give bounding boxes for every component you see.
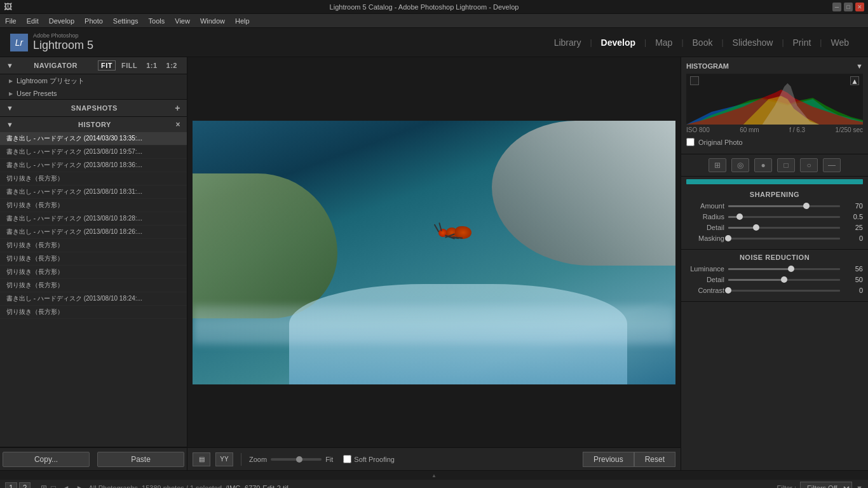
original-photo-label: Original Photo bbox=[698, 139, 743, 146]
menu-tools[interactable]: Tools bbox=[149, 17, 165, 25]
snapshots-triangle: ▼ bbox=[6, 104, 13, 112]
filmstrip-path: /IMG_6770-Edit-2.tif bbox=[226, 484, 288, 489]
history-item-9[interactable]: 切り抜き（長方形） bbox=[0, 252, 187, 266]
history-item-13[interactable]: 切り抜き（長方形） bbox=[0, 306, 187, 319]
nr-contrast-value: 0 bbox=[844, 287, 863, 294]
filmstrip-next-btn[interactable]: ► bbox=[75, 482, 85, 489]
presets-section: ▶ Lightroom プリセット ▶ User Presets bbox=[0, 74, 187, 100]
menu-view[interactable]: View bbox=[175, 17, 190, 25]
menu-settings[interactable]: Settings bbox=[113, 17, 139, 25]
close-button[interactable]: ✕ bbox=[855, 3, 864, 11]
preset-lightroom[interactable]: ▶ Lightroom プリセット bbox=[0, 74, 187, 88]
preset-tri: ▶ bbox=[9, 78, 13, 84]
radius-slider[interactable] bbox=[728, 216, 840, 218]
noise-reduction-title: Noise Reduction bbox=[686, 254, 863, 261]
history-item-10[interactable]: 切り抜き（長方形） bbox=[0, 266, 187, 279]
adjustment-brush-icon[interactable]: — bbox=[823, 158, 841, 172]
menu-window[interactable]: Window bbox=[200, 17, 225, 25]
main-photo[interactable] bbox=[193, 121, 675, 384]
module-library[interactable]: Library bbox=[545, 37, 590, 48]
flags-btn[interactable]: YY bbox=[215, 452, 233, 466]
nr-luminance-fill bbox=[728, 268, 791, 270]
paste-button[interactable]: Paste bbox=[97, 452, 184, 467]
zoom-label: Zoom bbox=[249, 456, 267, 463]
masking-slider[interactable] bbox=[728, 238, 840, 240]
module-book[interactable]: Book bbox=[684, 37, 722, 48]
nr-detail-label: Detail bbox=[686, 276, 724, 283]
window-title: Lightroom 5 Catalog - Adobe Photoshop Li… bbox=[16, 3, 832, 11]
history-title: History bbox=[78, 121, 111, 128]
history-item-12[interactable]: 書き出し - ハードディスク (2013/08/10 18:24:... bbox=[0, 292, 187, 306]
reset-button[interactable]: Reset bbox=[634, 452, 675, 467]
nav-zoom-btn[interactable]: 1:2 bbox=[163, 60, 180, 71]
nr-detail-row: Detail 50 bbox=[686, 276, 863, 283]
menu-develop[interactable]: Develop bbox=[49, 17, 74, 25]
snapshots-add-btn[interactable]: + bbox=[175, 103, 180, 113]
soft-proofing-checkbox[interactable] bbox=[343, 455, 351, 463]
redeye-icon[interactable]: ● bbox=[754, 158, 772, 172]
nr-contrast-thumb bbox=[725, 287, 731, 294]
nav-fit-btn[interactable]: FIT bbox=[98, 60, 116, 71]
nav-1to1-btn[interactable]: 1:1 bbox=[143, 60, 160, 71]
menu-file[interactable]: File bbox=[5, 17, 17, 25]
highlight-clipping[interactable]: ▲ bbox=[850, 76, 859, 85]
view-toggle-btn[interactable]: ▤ bbox=[193, 452, 210, 466]
history-item-3[interactable]: 切り抜き（長方形） bbox=[0, 172, 187, 186]
filter-settings-icon[interactable]: ▼ bbox=[856, 484, 863, 489]
nr-luminance-slider[interactable] bbox=[728, 268, 840, 270]
filmstrip-expand[interactable]: ▲ bbox=[0, 471, 868, 480]
crop-tool-icon[interactable]: ⊞ bbox=[709, 158, 726, 172]
history-item-11[interactable]: 切り抜き（長方形） bbox=[0, 279, 187, 292]
lr-title: Lightroom 5 bbox=[33, 39, 93, 52]
previous-button[interactable]: Previous bbox=[583, 452, 634, 467]
history-item-6[interactable]: 書き出し - ハードディスク (2013/08/10 18:28:... bbox=[0, 212, 187, 226]
amount-slider[interactable] bbox=[728, 205, 840, 207]
nav-fill-btn[interactable]: FILL bbox=[118, 60, 140, 71]
menu-edit[interactable]: Edit bbox=[27, 17, 39, 25]
history-header[interactable]: ▼ History × bbox=[0, 117, 187, 132]
nr-contrast-label: Contrast bbox=[686, 287, 724, 294]
menu-photo[interactable]: Photo bbox=[85, 17, 103, 25]
module-print[interactable]: Print bbox=[784, 37, 820, 48]
navigator-header[interactable]: ▼ Navigator FIT FILL 1:1 1:2 bbox=[0, 57, 187, 74]
filmstrip-grid-btn[interactable]: ⊞ bbox=[39, 482, 48, 489]
copy-button[interactable]: Copy... bbox=[3, 452, 90, 467]
minimize-button[interactable]: ─ bbox=[832, 3, 841, 11]
history-item-8[interactable]: 切り抜き（長方形） bbox=[0, 239, 187, 252]
history-item-2[interactable]: 書き出し - ハードディスク (2013/08/10 18:36:... bbox=[0, 159, 187, 172]
detail-slider[interactable] bbox=[728, 227, 840, 229]
module-map[interactable]: Map bbox=[646, 37, 681, 48]
original-photo-checkbox[interactable] bbox=[686, 138, 695, 146]
preset-user[interactable]: ▶ User Presets bbox=[0, 88, 187, 99]
filmstrip-loupe-btn[interactable]: □ bbox=[50, 482, 57, 489]
zoom-slider[interactable] bbox=[271, 458, 322, 461]
radial-filter-icon[interactable]: ○ bbox=[800, 158, 818, 172]
nav-zoom-controls: FIT FILL 1:1 1:2 bbox=[98, 60, 180, 71]
maximize-button[interactable]: □ bbox=[844, 3, 853, 11]
nr-contrast-slider[interactable] bbox=[728, 290, 840, 292]
history-item-5[interactable]: 切り抜き（長方形） bbox=[0, 199, 187, 212]
history-item-7[interactable]: 書き出し - ハードディスク (2013/08/10 18:26:... bbox=[0, 226, 187, 239]
left-panel: ▼ Navigator FIT FILL 1:1 1:2 ▶ Lightroom… bbox=[0, 57, 187, 470]
shadow-clipping[interactable] bbox=[690, 76, 699, 85]
filmstrip-prev-btn[interactable]: ◄ bbox=[61, 482, 71, 489]
menu-help[interactable]: Help bbox=[235, 17, 250, 25]
history-item-4[interactable]: 書き出し - ハードディスク (2013/08/10 18:31:... bbox=[0, 186, 187, 199]
module-develop[interactable]: Develop bbox=[592, 37, 644, 48]
filmstrip-num-1[interactable]: 1 bbox=[5, 482, 17, 489]
sharpening-amount-row: Amount 70 bbox=[686, 202, 863, 210]
sharpening-section: Sharpening Amount 70 Radius 0.5 Detail bbox=[681, 187, 868, 250]
module-web[interactable]: Web bbox=[822, 37, 858, 48]
graduated-filter-icon[interactable]: □ bbox=[777, 158, 795, 172]
zoom-thumb bbox=[296, 456, 302, 463]
detail-value: 25 bbox=[844, 224, 863, 231]
history-close-btn[interactable]: × bbox=[175, 120, 180, 129]
spot-removal-icon[interactable]: ◎ bbox=[731, 158, 749, 172]
module-slideshow[interactable]: Slideshow bbox=[724, 37, 782, 48]
filmstrip-num-2[interactable]: 2 bbox=[19, 482, 31, 489]
snapshots-header[interactable]: ▼ Snapshots + bbox=[0, 100, 187, 116]
history-item-1[interactable]: 書き出し - ハードディスク (2013/08/10 19:57:... bbox=[0, 146, 187, 159]
filter-select[interactable]: Filters Off bbox=[800, 482, 852, 489]
history-item-0[interactable]: 書き出し - ハードディスク (2014/03/30 13:35:... bbox=[0, 132, 187, 146]
nr-detail-slider[interactable] bbox=[728, 279, 840, 281]
